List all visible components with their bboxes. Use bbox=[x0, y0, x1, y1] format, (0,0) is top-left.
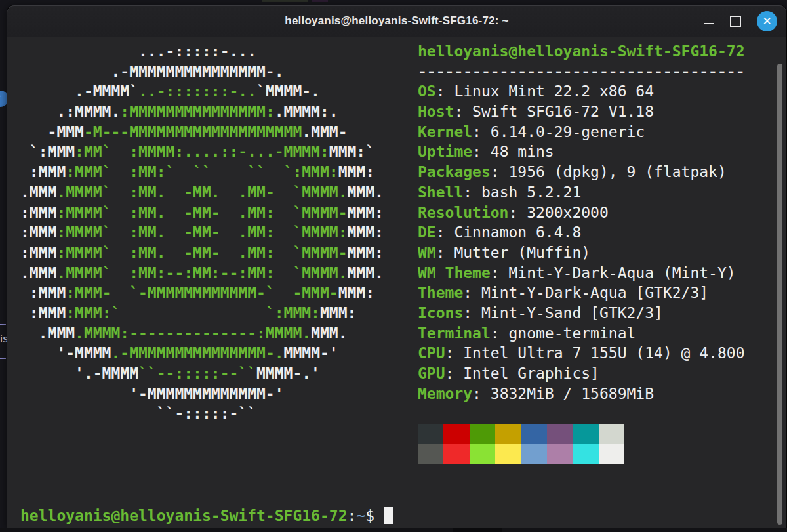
neofetch-separator: ------------------------------------ bbox=[418, 63, 745, 80]
titlebar[interactable]: helloyanis@helloyanis-Swift-SFG16-72: ~ … bbox=[7, 5, 786, 37]
neofetch-title: helloyanis@helloyanis-Swift-SFG16-72 bbox=[418, 43, 745, 60]
palette-swatch bbox=[547, 424, 573, 444]
ascii-logo-line: `:MMM:MM` :MMMM:....::-...-MMMM:MMM:` bbox=[20, 142, 384, 162]
desktop-fragment-top-2 bbox=[312, 0, 328, 2]
shell-prompt: helloyanis@helloyanis-Swift-SFG16-72:~$ bbox=[20, 506, 393, 526]
ascii-logo-line: .MMM.MMMM` :MM. -MM. .MM- `MMMM.MMM. bbox=[20, 182, 384, 203]
ascii-logo-line: '.-MMMM``--:::::--``MMMM-.' bbox=[20, 363, 384, 384]
window-title: helloyanis@helloyanis-Swift-SFG16-72: ~ bbox=[285, 14, 508, 28]
palette-swatch bbox=[521, 424, 547, 444]
prompt-colon: : bbox=[348, 507, 357, 524]
ascii-logo-line: :MMM:MMM- `-MMMMMMMMMMMM-` -MMM-MMM: bbox=[20, 283, 384, 303]
minimize-button[interactable] bbox=[704, 23, 714, 24]
info-value: : gnome-terminal bbox=[491, 325, 636, 342]
ascii-logo-line: :MMM:MMMM` :MM. -MM- .MM: `MMMM-MMM: bbox=[20, 243, 384, 263]
system-info: helloyanis@helloyanis-Swift-SFG16-72 ---… bbox=[418, 41, 745, 403]
info-label: CPU bbox=[418, 344, 445, 361]
info-label: Resolution bbox=[418, 204, 508, 221]
info-value: : Cinnamon 6.4.8 bbox=[436, 224, 582, 241]
desktop-window-edge-fragment bbox=[0, 358, 6, 359]
info-label: WM Theme bbox=[418, 264, 491, 281]
info-value: : 6.14.0-29-generic bbox=[472, 123, 645, 140]
info-label: Theme bbox=[418, 284, 463, 301]
ascii-logo-line: '-MMMMMMMMMMMMM-' bbox=[20, 384, 384, 404]
info-value: : Intel Ultra 7 155U (14) @ 4.800 bbox=[445, 344, 745, 361]
ascii-logo-line: ...-:::::-... bbox=[20, 41, 384, 62]
info-label: Terminal bbox=[418, 325, 491, 342]
terminal-window: helloyanis@helloyanis-Swift-SFG16-72: ~ … bbox=[7, 5, 787, 528]
window-controls: ✕ bbox=[704, 5, 777, 37]
ascii-logo-line: '-MMMM.-MMMMMMMMMMMMMMM-.MMMM-' bbox=[20, 343, 384, 363]
info-value: : Mutter (Muffin) bbox=[436, 244, 590, 261]
info-label: Host bbox=[418, 103, 454, 120]
ascii-logo-line: ``-:::::-`` bbox=[20, 403, 384, 424]
prompt-path: ~ bbox=[356, 507, 365, 524]
desktop-window-edge-fragment bbox=[0, 324, 6, 325]
info-value: : 1956 (dpkg), 9 (flatpak) bbox=[491, 163, 727, 180]
desktop-bottom-fragment-2 bbox=[453, 528, 502, 532]
maximize-button[interactable] bbox=[730, 16, 741, 27]
info-label: Packages bbox=[418, 163, 491, 180]
palette-swatch bbox=[599, 444, 624, 464]
ascii-logo-line: .MMM.MMMM` :MM:--:MM:--:MM: `MMMM.MMM. bbox=[20, 263, 384, 283]
info-label: Uptime bbox=[418, 143, 472, 160]
palette-swatch bbox=[495, 444, 521, 464]
info-value: : Mint-Y-Dark-Aqua [GTK2/3] bbox=[463, 284, 708, 301]
palette-swatch bbox=[495, 424, 521, 444]
info-label: OS bbox=[418, 83, 436, 100]
info-label: GPU bbox=[418, 365, 445, 382]
ascii-logo-line: :MMM:MMMM` :MM. -MM- .MM: `MMMM-MMM: bbox=[20, 203, 384, 223]
desktop-bottom-fragment bbox=[0, 528, 787, 532]
palette-swatch bbox=[443, 424, 469, 444]
terminal-cursor bbox=[384, 507, 393, 524]
info-value: : Intel Graphics] bbox=[445, 365, 599, 382]
scrollbar-thumb[interactable] bbox=[777, 64, 782, 525]
ascii-logo-line: .:MMMM.:MMMMMMMMMMMMMMM:.MMMM:. bbox=[20, 102, 384, 122]
info-value: : 3200x2000 bbox=[508, 204, 608, 221]
info-entries: OS: Linux Mint 22.2 x86_64 Host: Swift S… bbox=[418, 83, 745, 401]
ascii-logo-line: :MMM:MMM` :MM:` `` `` `:MMM:MMM: bbox=[20, 162, 384, 182]
prompt-user-host: helloyanis@helloyanis-Swift-SFG16-72 bbox=[20, 507, 348, 524]
palette-swatch bbox=[443, 444, 469, 464]
palette-swatch bbox=[470, 444, 495, 464]
ascii-logo-line: .MMM.MMMM:--------------:MMMM.MMM. bbox=[20, 323, 384, 344]
palette-swatch bbox=[418, 444, 443, 464]
info-value: : Linux Mint 22.2 x86_64 bbox=[436, 83, 654, 100]
info-label: Icons bbox=[418, 304, 463, 321]
prompt-symbol: $ bbox=[365, 507, 374, 524]
info-label: Memory bbox=[418, 385, 472, 402]
ascii-logo-line: :MMM:MMM:` `:MMM:MMM: bbox=[20, 303, 384, 323]
close-icon: ✕ bbox=[762, 14, 771, 28]
ascii-logo-line: -MMM-M---MMMMMMMMMMMMMMMMMMM.MMM- bbox=[20, 122, 384, 142]
info-label: DE bbox=[418, 224, 436, 241]
palette-swatch bbox=[521, 444, 547, 464]
palette-swatch bbox=[547, 444, 573, 464]
close-button[interactable]: ✕ bbox=[757, 11, 777, 31]
info-value: : Mint-Y-Dark-Aqua (Mint-Y) bbox=[491, 264, 736, 281]
info-value: : 3832MiB / 15689MiB bbox=[472, 385, 654, 402]
palette-swatch bbox=[470, 424, 495, 444]
info-value: : bash 5.2.21 bbox=[463, 184, 581, 201]
ascii-logo-line: .-MMMM`..-:::::::-..`MMMM-. bbox=[20, 81, 384, 102]
info-label: Shell bbox=[418, 184, 463, 201]
info-value: : Swift SFG16-72 V1.18 bbox=[454, 103, 654, 120]
info-value: : Mint-Y-Sand [GTK2/3] bbox=[463, 304, 663, 321]
desktop-fragment-top-1 bbox=[262, 0, 308, 2]
ascii-logo-line: .-MMMMMMMMMMMMMMM-. bbox=[20, 62, 384, 82]
palette-swatch bbox=[418, 424, 443, 444]
ascii-logo-line: :MMM:MMMM` :MM. -MM- .MM: `MMMM:MMM: bbox=[20, 222, 384, 243]
info-label: WM bbox=[418, 244, 436, 261]
info-label: Kernel bbox=[418, 123, 472, 140]
ascii-logo: ...-:::::-... .-MMMMMMMMMMMMMMM-. .-MMMM… bbox=[20, 41, 384, 424]
info-value: : 48 mins bbox=[472, 143, 554, 160]
palette-swatch bbox=[573, 424, 598, 444]
terminal-screen[interactable]: ...-:::::-... .-MMMMMMMMMMMMMMM-. .-MMMM… bbox=[7, 37, 786, 528]
color-palette bbox=[418, 424, 624, 464]
palette-swatch bbox=[573, 444, 598, 464]
palette-swatch bbox=[599, 424, 624, 444]
